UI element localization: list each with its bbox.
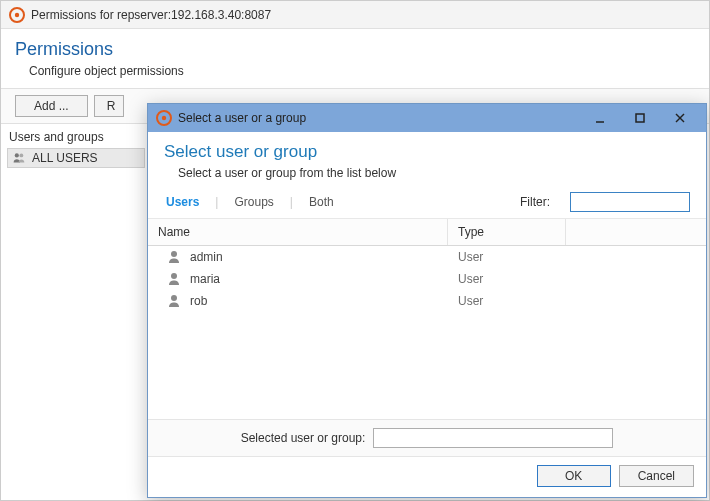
minimize-button[interactable] [580, 107, 620, 129]
svg-rect-7 [636, 114, 644, 122]
page-title: Permissions [15, 39, 695, 60]
dialog-header: Select user or group Select a user or gr… [148, 132, 706, 186]
dialog-header-subtitle: Select a user or group from the list bel… [178, 166, 690, 180]
column-header-type[interactable]: Type [448, 219, 566, 245]
users-icon [12, 151, 26, 165]
svg-point-2 [15, 153, 19, 157]
sidebar: ALL USERS [1, 148, 151, 168]
tab-separator: | [290, 195, 293, 209]
row-type: User [458, 272, 483, 286]
selected-user-label: Selected user or group: [241, 431, 366, 445]
tab-row: Users | Groups | Both Filter: [148, 186, 706, 219]
svg-point-3 [19, 153, 23, 157]
dialog-titlebar: Select a user or a group [148, 104, 706, 132]
app-logo-icon [156, 110, 172, 126]
row-name: rob [190, 294, 207, 308]
page-subtitle: Configure object permissions [29, 64, 695, 78]
filter-label: Filter: [520, 195, 550, 209]
svg-point-5 [162, 116, 166, 120]
selected-user-row: Selected user or group: [148, 419, 706, 457]
close-button[interactable] [660, 107, 700, 129]
column-header-name[interactable]: Name [148, 219, 448, 245]
main-window-title: Permissions for repserver:192.168.3.40:8… [31, 8, 271, 22]
grid-body: adminUsermariaUserrobUser [148, 246, 706, 419]
svg-point-1 [15, 12, 19, 16]
tab-users[interactable]: Users [164, 193, 201, 211]
selected-user-input[interactable] [373, 428, 613, 448]
svg-point-10 [171, 251, 177, 257]
dialog-body: Select user or group Select a user or gr… [148, 132, 706, 497]
row-type: User [458, 250, 483, 264]
add-button[interactable]: Add ... [15, 95, 88, 117]
tab-both[interactable]: Both [307, 193, 336, 211]
column-header-empty [566, 219, 706, 245]
cancel-button[interactable]: Cancel [619, 465, 694, 487]
tab-groups[interactable]: Groups [232, 193, 275, 211]
main-window: Permissions for repserver:192.168.3.40:8… [0, 0, 710, 501]
tab-separator: | [215, 195, 218, 209]
ok-button[interactable]: OK [537, 465, 611, 487]
sidebar-item-all-users[interactable]: ALL USERS [7, 148, 145, 168]
svg-point-11 [171, 273, 177, 279]
page-header: Permissions Configure object permissions [1, 29, 709, 88]
user-icon [166, 271, 182, 287]
row-type: User [458, 294, 483, 308]
main-titlebar: Permissions for repserver:192.168.3.40:8… [1, 1, 709, 29]
table-row[interactable]: robUser [148, 290, 706, 312]
row-name: admin [190, 250, 223, 264]
app-logo-icon [9, 7, 25, 23]
svg-point-12 [171, 295, 177, 301]
row-name: maria [190, 272, 220, 286]
select-user-group-dialog: Select a user or a group Select user or … [147, 103, 707, 498]
filter-input[interactable] [570, 192, 690, 212]
grid-header: Name Type [148, 219, 706, 246]
table-row[interactable]: mariaUser [148, 268, 706, 290]
dialog-header-title: Select user or group [164, 142, 690, 162]
window-buttons [580, 107, 700, 129]
sidebar-item-label: ALL USERS [32, 151, 98, 165]
user-icon [166, 249, 182, 265]
maximize-button[interactable] [620, 107, 660, 129]
user-icon [166, 293, 182, 309]
table-row[interactable]: adminUser [148, 246, 706, 268]
dialog-window-title: Select a user or a group [178, 111, 580, 125]
remove-button-partial[interactable]: R [94, 95, 125, 117]
dialog-footer: OK Cancel [148, 457, 706, 497]
